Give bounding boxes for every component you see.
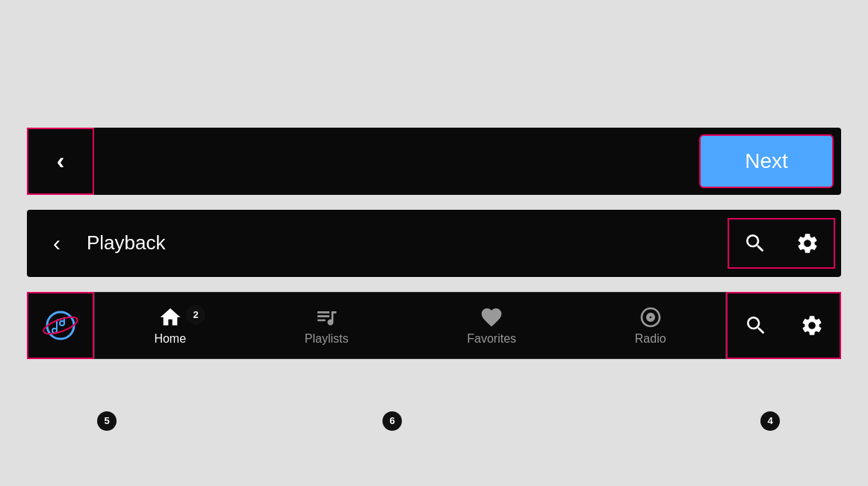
nav-item-radio[interactable]: Radio <box>620 293 681 358</box>
nav-item-playlists[interactable]: Playlists <box>290 293 364 358</box>
nav-label-radio: Radio <box>635 332 666 346</box>
settings-button-bottom[interactable] <box>784 300 840 351</box>
annotation-4: 4 <box>760 411 780 431</box>
annotation-2: 2 <box>186 305 205 325</box>
bottom-icon-group <box>726 292 841 359</box>
settings-button-header[interactable] <box>781 218 834 269</box>
playlist-icon <box>314 305 338 329</box>
logo-button[interactable] <box>27 292 94 359</box>
next-button[interactable]: Next <box>699 134 834 188</box>
playback-title: Playback <box>87 231 728 255</box>
search-icon <box>743 231 767 255</box>
chevron-left-icon: ‹ <box>57 147 65 175</box>
search-button-header[interactable] <box>729 218 781 269</box>
nav-label-favorites: Favorites <box>467 332 516 346</box>
chevron-left-icon: ‹ <box>53 231 61 256</box>
home-icon <box>158 305 182 329</box>
search-icon <box>744 314 768 337</box>
gear-icon <box>796 231 819 255</box>
radio-icon <box>639 305 663 329</box>
music-planet-icon <box>42 307 79 344</box>
back-button-top[interactable]: ‹ <box>27 128 94 195</box>
annotation-6: 6 <box>382 411 402 431</box>
bottom-nav-panel: Home Playlists Favorites <box>27 292 841 359</box>
back-button-playback[interactable]: ‹ <box>34 210 79 277</box>
top-nav-panel: ‹ Next <box>27 128 841 195</box>
nav-item-home[interactable]: Home <box>139 293 201 358</box>
gear-icon <box>800 314 824 337</box>
search-button-bottom[interactable] <box>728 300 784 351</box>
annotation-5: 5 <box>97 411 117 431</box>
nav-label-home: Home <box>154 332 186 346</box>
playback-panel: ‹ Playback <box>27 210 841 277</box>
heart-icon <box>480 305 503 329</box>
nav-item-favorites[interactable]: Favorites <box>452 293 531 358</box>
header-icon-group <box>728 218 835 269</box>
nav-label-playlists: Playlists <box>305 332 349 346</box>
nav-items-container: Home Playlists Favorites <box>94 292 726 359</box>
